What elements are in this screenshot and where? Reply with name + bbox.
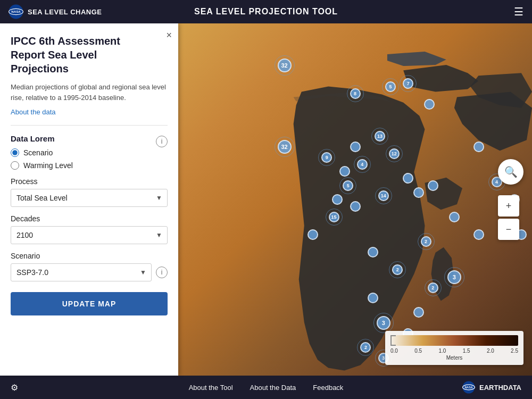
process-section: Process Total Sea Level Ice Sheets Glaci… [11, 177, 168, 207]
app-subtitle: SEA LEVEL CHANGE [28, 8, 102, 16]
marker-ripple [375, 187, 392, 204]
scenario-radio-label[interactable]: Scenario [23, 148, 53, 157]
top-header: NASA SEA LEVEL CHANGE SEA LEVEL PROJECTI… [0, 0, 532, 23]
data-section-title: Data Lorem [11, 134, 55, 143]
divider-1 [11, 125, 168, 126]
main-content: × IPCC 6th Assessment Report Sea Level P… [0, 23, 532, 376]
search-map-button[interactable]: 🔍 [498, 159, 523, 185]
marker-ripple [318, 149, 335, 166]
map-background-svg [178, 23, 532, 376]
scenario-field-section: Scenario SSP1-1.9 SSP1-2.6 SSP2-4.5 SSP3… [11, 252, 168, 281]
map-marker[interactable] [413, 307, 424, 318]
app-title: SEA LEVEL PROJECTION TOOL [194, 7, 338, 16]
warming-radio[interactable] [11, 161, 19, 170]
marker-ripple [347, 85, 364, 102]
map-container[interactable]: 32857139412514152242323332 🔍 + − 0.0 0.5… [178, 23, 532, 376]
mode-radio-group: Scenario Warming Level [11, 148, 168, 170]
marker-ripple [400, 75, 417, 92]
zoom-in-button[interactable]: + [498, 195, 519, 217]
scenario-info-icon[interactable]: i [156, 267, 168, 278]
legend-label-4: 2.0 [487, 348, 494, 354]
map-marker[interactable] [368, 293, 378, 303]
legend-label-3: 1.5 [463, 348, 470, 354]
marker-ripple [386, 145, 403, 162]
decades-select-wrapper: 2050 2100 2150 ▼ [11, 226, 168, 244]
legend-unit-label: Meters [390, 355, 518, 361]
marker-ripple [371, 128, 388, 145]
footer-links: About the Tool About the Data Feedback [189, 384, 344, 392]
close-button[interactable]: × [166, 30, 172, 41]
legend-label-5: 2.5 [511, 348, 518, 354]
marker-ripple [444, 267, 464, 287]
data-section: Data Lorem i Scenario Warming Level [11, 134, 168, 170]
warming-radio-label[interactable]: Warming Level [23, 161, 73, 170]
map-marker[interactable] [339, 166, 350, 177]
feedback-footer-link[interactable]: Feedback [313, 384, 343, 392]
panel-description: Median projections of global and regiona… [11, 82, 168, 103]
scenario-field-label: Scenario [11, 252, 168, 260]
marker-ripple [354, 156, 371, 173]
marker-ripple [339, 177, 356, 194]
settings-icon[interactable]: ⚙ [11, 383, 18, 393]
legend-labels: 0.0 0.5 1.0 1.5 2.0 2.5 [390, 348, 518, 354]
menu-icon[interactable]: ☰ [514, 5, 523, 18]
decades-select[interactable]: 2050 2100 2150 [11, 226, 168, 244]
marker-ripple [326, 209, 343, 226]
header-left: NASA SEA LEVEL CHANGE [9, 4, 102, 19]
scenario-select[interactable]: SSP1-1.9 SSP1-2.6 SSP2-4.5 SSP3-7.0 SSP5… [11, 263, 152, 281]
scenario-radio-row: Scenario [11, 148, 168, 157]
legend-label-1: 0.5 [414, 348, 422, 354]
scenario-radio[interactable] [11, 148, 19, 157]
earthdata-label: EARTHDATA [479, 384, 521, 392]
map-legend: 0.0 0.5 1.0 1.5 2.0 2.5 Meters [385, 331, 523, 365]
legend-label-2: 1.0 [438, 348, 446, 354]
process-select[interactable]: Total Sea Level Ice Sheets Glaciers Ocea… [11, 189, 168, 207]
data-info-icon[interactable]: i [156, 136, 168, 147]
legend-label-0: 0.0 [390, 348, 398, 354]
svg-text:NASA: NASA [11, 10, 21, 13]
panel-title: IPCC 6th Assessment Report Sea Level Pro… [11, 34, 157, 76]
warming-radio-row: Warming Level [11, 161, 168, 170]
legend-border-indicator [390, 335, 396, 346]
decades-section: Decades 2050 2100 2150 ▼ [11, 214, 168, 244]
nasa-footer-logo-icon: NASA [462, 381, 475, 394]
marker-ripple [418, 233, 435, 250]
marker-ripple [275, 55, 295, 76]
map-marker[interactable] [428, 180, 438, 191]
map-marker[interactable] [307, 229, 318, 240]
bottom-footer: ⚙ About the Tool About the Data Feedback… [0, 376, 532, 399]
map-marker[interactable] [449, 212, 460, 222]
map-marker[interactable] [473, 142, 484, 152]
map-controls: 🔍 + − [498, 159, 523, 240]
update-map-button[interactable]: UPDATE MAP [11, 292, 168, 315]
scenario-field-row: SSP1-1.9 SSP1-2.6 SSP2-4.5 SSP3-7.0 SSP5… [11, 263, 168, 281]
decades-label: Decades [11, 214, 168, 223]
footer-right: NASA EARTHDATA [462, 381, 521, 394]
about-tool-footer-link[interactable]: About the Tool [189, 384, 233, 392]
process-label: Process [11, 177, 168, 186]
marker-ripple [382, 78, 399, 95]
map-marker[interactable] [350, 142, 361, 152]
map-marker[interactable] [413, 187, 424, 198]
scenario-select-wrapper: SSP1-1.9 SSP1-2.6 SSP2-4.5 SSP3-7.0 SSP5… [11, 263, 152, 281]
map-marker[interactable] [350, 201, 361, 212]
zoom-out-button[interactable]: − [498, 219, 519, 240]
map-marker[interactable] [368, 247, 378, 257]
process-select-wrapper: Total Sea Level Ice Sheets Glaciers Ocea… [11, 189, 168, 207]
nasa-logo-icon: NASA [9, 4, 23, 19]
marker-ripple [275, 137, 295, 157]
about-data-footer-link[interactable]: About the Data [250, 384, 296, 392]
svg-text:NASA: NASA [465, 386, 473, 389]
about-data-link[interactable]: About the data [11, 108, 56, 116]
marker-ripple [373, 313, 394, 333]
marker-ripple [425, 279, 442, 296]
side-panel: × IPCC 6th Assessment Report Sea Level P… [0, 23, 178, 376]
legend-gradient [390, 335, 518, 346]
